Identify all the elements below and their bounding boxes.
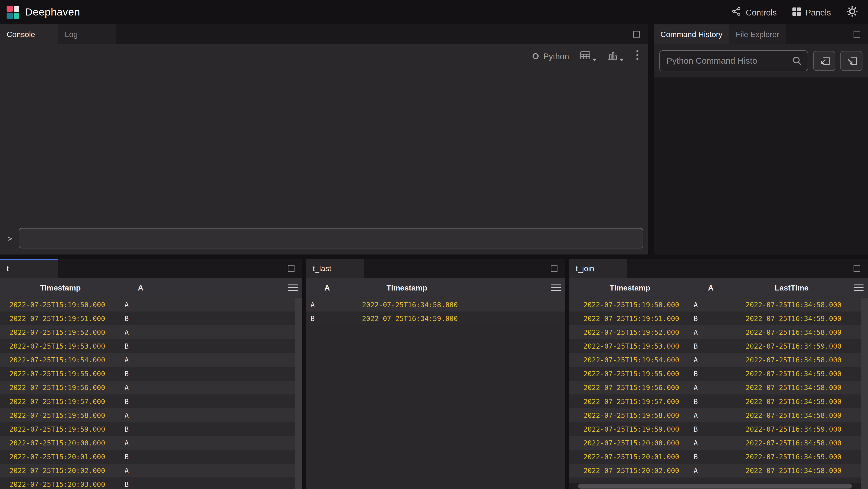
horizontal-scrollbar-thumb[interactable]	[578, 484, 852, 489]
table-row[interactable]: B2022-07-25T16:34:59.000	[306, 312, 565, 325]
console-output[interactable]	[0, 65, 648, 228]
table-row[interactable]: 2022-07-25T15:19:58.000A	[0, 409, 302, 422]
history-search-input[interactable]	[666, 56, 792, 66]
column-header-lasttime[interactable]: LastTime	[731, 283, 852, 292]
table-cell[interactable]: A	[691, 384, 731, 392]
open-table-dropdown-button[interactable]	[580, 51, 597, 62]
table-cell[interactable]: 2022-07-25T16:34:58.000	[731, 439, 852, 447]
table-row[interactable]: 2022-07-25T15:19:57.000B2022-07-25T16:34…	[569, 395, 868, 409]
table-cell[interactable]: 2022-07-25T16:34:58.000	[731, 466, 852, 475]
table-cell[interactable]: 2022-07-25T15:20:00.000	[0, 439, 121, 447]
table-cell[interactable]: B	[691, 397, 731, 405]
table-cell[interactable]: A	[121, 439, 161, 447]
table-row[interactable]: 2022-07-25T15:19:53.000B	[0, 339, 302, 353]
table-cell[interactable]: B	[121, 453, 161, 461]
column-header-a[interactable]: A	[691, 283, 731, 292]
table-row[interactable]: 2022-07-25T15:20:02.000A2022-07-25T16:34…	[569, 464, 868, 477]
table-cell[interactable]: 2022-07-25T16:34:59.000	[731, 397, 852, 405]
table-cell[interactable]: 2022-07-25T15:20:01.000	[569, 453, 691, 461]
table-cell[interactable]: B	[691, 453, 731, 461]
table-row[interactable]: 2022-07-25T15:19:51.000B2022-07-25T16:34…	[569, 312, 868, 325]
table-cell[interactable]: 2022-07-25T15:19:58.000	[0, 411, 121, 419]
table-cell[interactable]: A	[121, 328, 161, 336]
table-row[interactable]: A2022-07-25T16:34:58.000	[306, 298, 565, 312]
table-cell[interactable]: A	[691, 411, 731, 419]
table-row[interactable]: 2022-07-25T15:19:56.000A2022-07-25T16:34…	[569, 381, 868, 395]
table-row[interactable]: 2022-07-25T15:20:00.000A	[0, 436, 302, 450]
table-cell[interactable]: B	[121, 480, 161, 489]
table-cell[interactable]: 2022-07-25T16:34:58.000	[731, 300, 852, 308]
table-cell[interactable]: 2022-07-25T15:19:58.000	[569, 411, 691, 419]
table-cell[interactable]: 2022-07-25T15:20:02.000	[569, 466, 691, 475]
maximize-panel-icon[interactable]	[288, 265, 294, 272]
table-row[interactable]: 2022-07-25T15:20:02.000A	[0, 464, 302, 477]
table-cell[interactable]: B	[691, 342, 731, 350]
table-cell[interactable]: 2022-07-25T15:20:01.000	[0, 453, 121, 461]
tab-file-explorer[interactable]: File Explorer	[729, 25, 786, 44]
table-cell[interactable]: A	[121, 356, 161, 364]
table-row[interactable]: 2022-07-25T15:20:01.000B2022-07-25T16:34…	[569, 450, 868, 464]
table-row[interactable]: 2022-07-25T15:19:54.000A2022-07-25T16:34…	[569, 353, 868, 367]
maximize-panel-icon[interactable]	[633, 31, 640, 37]
table-cell[interactable]: A	[121, 300, 161, 308]
table-cell[interactable]: B	[691, 370, 731, 378]
table-cell[interactable]: B	[691, 314, 731, 322]
open-chart-dropdown-button[interactable]	[608, 51, 624, 62]
table-cell[interactable]: B	[121, 314, 161, 322]
table-cell[interactable]: 2022-07-25T16:34:59.000	[348, 314, 466, 322]
tab-log[interactable]: Log	[58, 25, 116, 44]
table-cell[interactable]: A	[691, 328, 731, 336]
table-cell[interactable]: 2022-07-25T15:19:52.000	[0, 328, 121, 336]
grid-menu-icon[interactable]	[551, 284, 561, 291]
table-cell[interactable]: 2022-07-25T16:34:59.000	[731, 342, 852, 350]
column-header-timestamp[interactable]: Timestamp	[0, 283, 121, 292]
tab-t-join[interactable]: t_join	[569, 259, 627, 278]
table-row[interactable]: 2022-07-25T15:19:53.000B2022-07-25T16:34…	[569, 339, 868, 353]
horizontal-scrollbar[interactable]	[569, 483, 861, 489]
maximize-panel-icon[interactable]	[854, 31, 860, 37]
table-row[interactable]: 2022-07-25T15:19:55.000B2022-07-25T16:34…	[569, 367, 868, 381]
table-cell[interactable]: A	[121, 466, 161, 475]
table-cell[interactable]: 2022-07-25T15:19:56.000	[0, 384, 121, 392]
vertical-scrollbar[interactable]	[295, 298, 302, 489]
table-row[interactable]: 2022-07-25T15:20:00.000A2022-07-25T16:34…	[569, 436, 868, 450]
table-cell[interactable]: B	[121, 397, 161, 405]
table-cell[interactable]: 2022-07-25T15:19:55.000	[0, 370, 121, 378]
table-cell[interactable]: B	[121, 342, 161, 350]
table-row[interactable]: 2022-07-25T15:19:55.000B	[0, 367, 302, 381]
send-to-console-button[interactable]	[813, 51, 835, 71]
table-cell[interactable]: A	[691, 356, 731, 364]
table-cell[interactable]: B	[121, 370, 161, 378]
table-cell[interactable]: 2022-07-25T15:19:51.000	[569, 314, 691, 322]
table-cell[interactable]: 2022-07-25T15:19:56.000	[569, 384, 691, 392]
table-cell[interactable]: A	[121, 411, 161, 419]
table-cell[interactable]: A	[691, 466, 731, 475]
tab-command-history[interactable]: Command History	[654, 25, 729, 44]
table-cell[interactable]: B	[121, 425, 161, 433]
table-cell[interactable]: 2022-07-25T15:19:53.000	[0, 342, 121, 350]
column-header-timestamp[interactable]: Timestamp	[569, 283, 691, 292]
table-cell[interactable]: 2022-07-25T16:34:59.000	[731, 370, 852, 378]
table-cell[interactable]: 2022-07-25T15:19:57.000	[569, 397, 691, 405]
table-row[interactable]: 2022-07-25T15:19:56.000A	[0, 381, 302, 395]
table-cell[interactable]: 2022-07-25T15:19:50.000	[569, 300, 691, 308]
maximize-panel-icon[interactable]	[854, 265, 860, 272]
table-cell[interactable]: 2022-07-25T15:19:55.000	[569, 370, 691, 378]
table-cell[interactable]: 2022-07-25T15:19:59.000	[569, 425, 691, 433]
table-cell[interactable]: 2022-07-25T15:20:00.000	[569, 439, 691, 447]
table-cell[interactable]: A	[691, 439, 731, 447]
column-header-a[interactable]: A	[121, 283, 161, 292]
history-list[interactable]	[654, 77, 868, 254]
column-header-timestamp[interactable]: Timestamp	[348, 283, 466, 292]
table-row[interactable]: 2022-07-25T15:19:54.000A	[0, 353, 302, 367]
table-cell[interactable]: 2022-07-25T16:34:58.000	[731, 411, 852, 419]
table-cell[interactable]: 2022-07-25T15:19:51.000	[0, 314, 121, 322]
table-row[interactable]: 2022-07-25T15:19:58.000A2022-07-25T16:34…	[569, 409, 868, 422]
table-row[interactable]: 2022-07-25T15:19:52.000A2022-07-25T16:34…	[569, 325, 868, 339]
table-row[interactable]: 2022-07-25T15:19:50.000A	[0, 298, 302, 312]
table-cell[interactable]: 2022-07-25T15:19:50.000	[0, 300, 121, 308]
table-row[interactable]: 2022-07-25T15:19:59.000B2022-07-25T16:34…	[569, 422, 868, 436]
table-cell[interactable]: 2022-07-25T15:19:52.000	[569, 328, 691, 336]
table-cell[interactable]: 2022-07-25T15:19:57.000	[0, 397, 121, 405]
table-row[interactable]: 2022-07-25T15:19:57.000B	[0, 395, 302, 409]
